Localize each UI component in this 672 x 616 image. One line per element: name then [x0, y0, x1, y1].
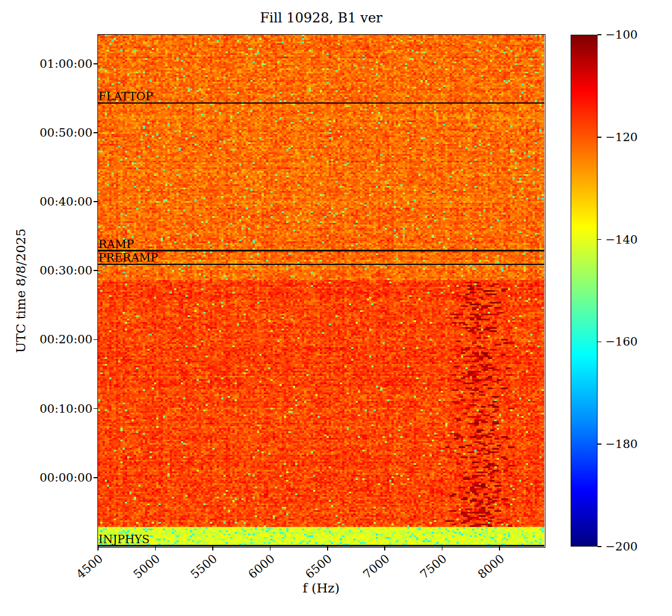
spectrogram-figure: Fill 10928, B1 ver UTC time 8/8/2025 FLA… — [0, 0, 672, 616]
preramp-label: PRERAMP — [99, 251, 158, 264]
x-tick-mark — [499, 547, 500, 550]
y-tick-mark — [94, 63, 97, 64]
y-tick-mark — [94, 339, 97, 340]
colorbar-tick-label: −200 — [605, 540, 638, 553]
y-tick-label: 00:20:00 — [6, 333, 92, 346]
x-tick-mark — [212, 547, 213, 550]
colorbar-tick-mark — [598, 137, 601, 138]
colorbar-tick-mark — [598, 444, 601, 445]
x-tick-label: 7000 — [361, 552, 391, 581]
x-tick-label: 4500 — [74, 552, 105, 581]
colorbar-tick-label: −160 — [605, 335, 638, 348]
x-tick-mark — [155, 547, 156, 550]
x-tick-mark — [327, 547, 328, 550]
y-axis-label: UTC time 8/8/2025 — [11, 35, 30, 547]
preramp-line — [98, 264, 544, 265]
y-tick-mark — [94, 201, 97, 202]
chart-title: Fill 10928, B1 ver — [98, 10, 544, 26]
y-tick-mark — [94, 477, 97, 478]
x-tick-label: 8000 — [475, 552, 506, 581]
flattop-line — [98, 102, 544, 104]
colorbar-tick-mark — [598, 34, 601, 35]
colorbar-tick-label: −120 — [605, 131, 638, 143]
colorbar-tick-mark — [598, 546, 601, 547]
x-axis-label: f (Hz) — [98, 581, 544, 595]
spectrogram-heatmap — [98, 35, 544, 547]
x-tick-label: 6500 — [304, 552, 334, 581]
ramp-line — [98, 250, 544, 251]
y-tick-label: 00:50:00 — [6, 127, 92, 139]
colorbar-tick-label: −180 — [605, 438, 638, 450]
x-tick-label: 7500 — [418, 552, 449, 581]
x-tick-mark — [442, 547, 443, 550]
x-tick-mark — [384, 547, 385, 550]
injphys-label: INJPHYS — [99, 533, 150, 545]
x-tick-label: 6000 — [246, 552, 277, 581]
x-tick-mark — [97, 547, 99, 550]
y-tick-label: 00:40:00 — [6, 195, 92, 208]
x-tick-label: 5500 — [189, 552, 220, 581]
y-tick-label: 00:10:00 — [6, 403, 92, 415]
y-tick-label: 01:00:00 — [6, 58, 92, 70]
injphys-line — [98, 545, 544, 547]
y-tick-mark — [94, 132, 97, 133]
x-tick-mark — [270, 547, 271, 550]
plot-area: FLATTOP RAMP PRERAMP INJPHYS — [98, 35, 544, 547]
colorbar — [571, 35, 598, 547]
colorbar-tick-mark — [598, 239, 601, 240]
x-tick-label: 5000 — [132, 552, 162, 581]
ramp-label: RAMP — [99, 238, 134, 250]
colorbar-tick-label: −140 — [605, 234, 638, 246]
y-tick-mark — [94, 270, 97, 271]
colorbar-tick-mark — [598, 342, 601, 343]
y-tick-mark — [94, 408, 97, 409]
y-tick-label: 00:30:00 — [6, 264, 92, 277]
flattop-label: FLATTOP — [99, 90, 153, 102]
y-tick-label: 00:00:00 — [6, 472, 92, 484]
colorbar-tick-label: −100 — [605, 29, 638, 41]
